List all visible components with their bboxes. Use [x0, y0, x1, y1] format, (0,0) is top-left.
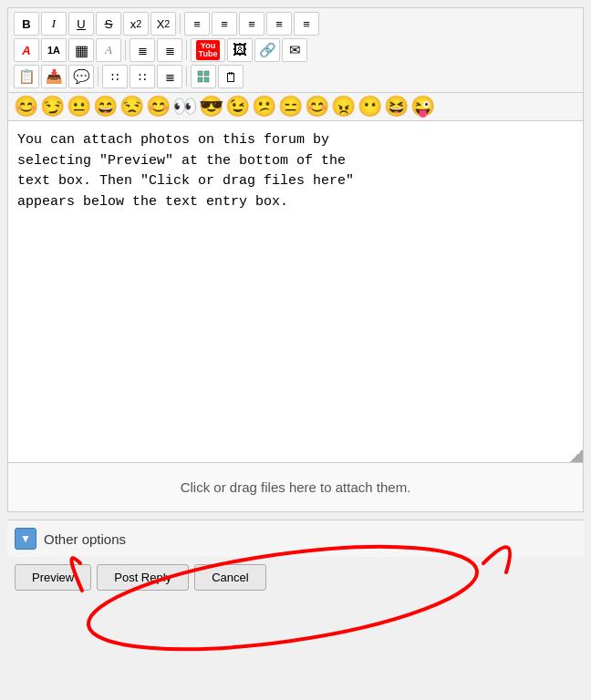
emoji-3[interactable]: 😐 — [67, 97, 91, 117]
align-justify-button[interactable]: ≡ — [266, 12, 292, 36]
svg-rect-0 — [198, 71, 202, 76]
align-left-button[interactable]: ≡ — [184, 12, 210, 36]
separator-5 — [186, 67, 187, 87]
email-button[interactable]: ✉ — [282, 38, 307, 62]
table-button[interactable] — [191, 65, 216, 88]
emoji-15[interactable]: 😆 — [384, 97, 409, 117]
emoji-8[interactable]: 😎 — [199, 97, 223, 117]
toolbar: B I U S x2 X2 ≡ ≡ ≡ ≡ ≡ A 1A ▦ A ≣ — [8, 8, 583, 93]
resize-handle[interactable] — [570, 449, 583, 462]
font-color-button[interactable]: A — [14, 38, 39, 62]
bold-button[interactable]: B — [14, 12, 39, 36]
toolbar-row-3: 📋 📥 💬 ∷ ∷ ≣ 🗒 — [14, 65, 577, 88]
editor-container: B I U S x2 X2 ≡ ≡ ≡ ≡ ≡ A 1A ▦ A ≣ — [7, 7, 584, 512]
paste-button[interactable]: 📋 — [14, 65, 39, 88]
emoji-12[interactable]: 😊 — [305, 97, 329, 117]
options-label: Other options — [44, 531, 126, 547]
separator-2 — [125, 40, 126, 60]
italic-button[interactable]: I — [41, 12, 67, 36]
emoji-14[interactable]: 😶 — [358, 97, 382, 117]
outdent-button[interactable]: ≣ — [157, 38, 182, 62]
ordered-list-button[interactable]: ∷ — [130, 65, 155, 88]
subscript-button[interactable]: X2 — [150, 12, 176, 36]
text-area-wrapper: You can attach photos on this forum by s… — [8, 121, 583, 462]
unordered-list-button[interactable]: ∷ — [102, 65, 128, 88]
strikethrough-button[interactable]: S — [96, 12, 121, 36]
link-button[interactable]: 🔗 — [254, 38, 280, 62]
emoji-7[interactable]: 👀 — [172, 97, 197, 117]
svg-rect-1 — [204, 71, 209, 76]
indent-button[interactable]: ≣ — [130, 38, 155, 62]
toolbar-row-2: A 1A ▦ A ≣ ≣ YouTube 🖼 🔗 ✉ — [14, 38, 577, 62]
separator-3 — [186, 40, 187, 60]
superscript-button[interactable]: x2 — [123, 12, 149, 36]
editor-outer: B I U S x2 X2 ≡ ≡ ≡ ≡ ≡ A 1A ▦ A ≣ — [0, 7, 591, 512]
emoji-4[interactable]: 😄 — [93, 97, 118, 117]
emoji-row: 😊 😏 😐 😄 😒 😊 👀 😎 😉 😕 😑 😊 😠 😶 😆 😜 — [8, 93, 583, 121]
bg-color-button[interactable]: ▦ — [68, 38, 94, 62]
underline-button[interactable]: U — [68, 12, 94, 36]
bottom-buttons: Preview Post Reply Cancel — [7, 557, 584, 598]
font-family-button[interactable]: A — [96, 38, 121, 62]
youtube-button[interactable]: YouTube — [191, 38, 225, 62]
attach-bar: Click or drag files here to attach them. — [8, 462, 583, 511]
emoji-10[interactable]: 😕 — [252, 97, 276, 117]
emoji-13[interactable]: 😠 — [331, 97, 356, 117]
attach-area[interactable]: Click or drag files here to attach them. — [8, 463, 583, 511]
emoji-9[interactable]: 😉 — [225, 97, 250, 117]
emoji-5[interactable]: 😒 — [119, 97, 144, 117]
template-button[interactable]: 🗒 — [218, 65, 244, 88]
preview-button[interactable]: Preview — [15, 564, 91, 591]
emoji-6[interactable]: 😊 — [146, 97, 171, 117]
blockquote-button[interactable]: 💬 — [68, 65, 94, 88]
options-bar: ▼ Other options — [7, 520, 584, 557]
cancel-button[interactable]: Cancel — [194, 564, 265, 591]
separator-1 — [180, 14, 181, 34]
svg-rect-3 — [204, 77, 209, 82]
options-toggle-button[interactable]: ▼ — [15, 528, 36, 550]
align-full-button[interactable]: ≡ — [294, 12, 319, 36]
youtube-icon: YouTube — [196, 40, 221, 60]
align-right-button[interactable]: ≡ — [239, 12, 264, 36]
toolbar-row-1: B I U S x2 X2 ≡ ≡ ≡ ≡ ≡ — [14, 12, 577, 36]
image-button[interactable]: 🖼 — [227, 38, 253, 62]
emoji-11[interactable]: 😑 — [278, 97, 303, 117]
svg-rect-2 — [198, 77, 202, 82]
font-size-button[interactable]: 1A — [41, 38, 67, 62]
align-center-button[interactable]: ≡ — [212, 12, 237, 36]
post-reply-button[interactable]: Post Reply — [97, 564, 189, 591]
separator-4 — [98, 67, 98, 87]
paste-text-button[interactable]: 📥 — [41, 65, 67, 88]
emoji-16[interactable]: 😜 — [410, 97, 435, 117]
list-indent-button[interactable]: ≣ — [157, 65, 182, 88]
emoji-1[interactable]: 😊 — [14, 97, 38, 117]
emoji-2[interactable]: 😏 — [40, 97, 65, 117]
editor-textarea[interactable]: You can attach photos on this forum by s… — [8, 121, 583, 458]
